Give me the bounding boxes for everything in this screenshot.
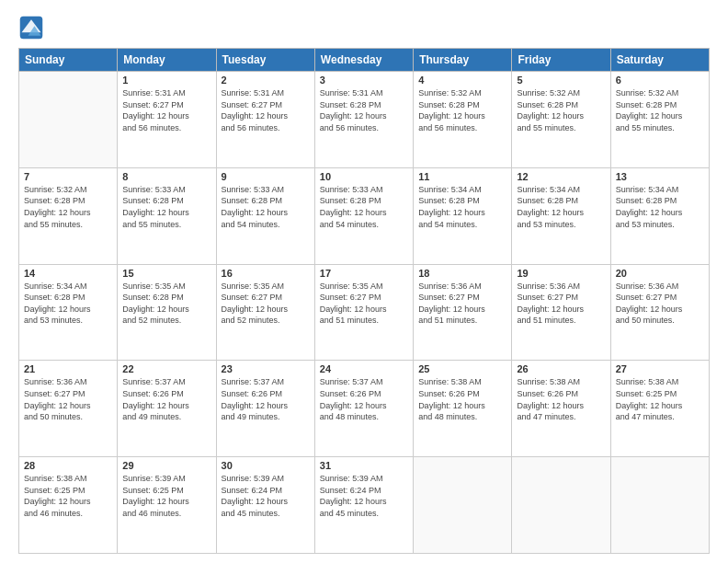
calendar: SundayMondayTuesdayWednesdayThursdayFrid…: [18, 48, 710, 554]
day-info: Sunrise: 5:37 AM Sunset: 6:26 PM Dayligh…: [222, 376, 310, 422]
day-cell: 4Sunrise: 5:32 AM Sunset: 6:28 PM Daylig…: [414, 72, 512, 168]
day-info: Sunrise: 5:34 AM Sunset: 6:28 PM Dayligh…: [418, 184, 506, 230]
day-info: Sunrise: 5:34 AM Sunset: 6:28 PM Dayligh…: [517, 184, 605, 230]
day-cell: 8Sunrise: 5:33 AM Sunset: 6:28 PM Daylig…: [118, 167, 216, 264]
day-number: 4: [418, 75, 506, 86]
day-info: Sunrise: 5:34 AM Sunset: 6:28 PM Dayligh…: [24, 281, 112, 327]
day-info: Sunrise: 5:35 AM Sunset: 6:27 PM Dayligh…: [320, 281, 408, 327]
day-number: 17: [320, 268, 408, 279]
day-cell: 6Sunrise: 5:32 AM Sunset: 6:28 PM Daylig…: [610, 72, 709, 168]
day-info: Sunrise: 5:35 AM Sunset: 6:27 PM Dayligh…: [222, 281, 310, 327]
page: SundayMondayTuesdayWednesdayThursdayFrid…: [0, 0, 728, 563]
day-number: 24: [320, 363, 408, 374]
day-number: 22: [122, 363, 210, 374]
day-cell: 31Sunrise: 5:39 AM Sunset: 6:24 PM Dayli…: [314, 457, 413, 554]
day-cell: 17Sunrise: 5:35 AM Sunset: 6:27 PM Dayli…: [314, 264, 413, 361]
day-info: Sunrise: 5:39 AM Sunset: 6:24 PM Dayligh…: [222, 473, 310, 519]
week-row-2: 7Sunrise: 5:32 AM Sunset: 6:28 PM Daylig…: [19, 167, 710, 264]
day-info: Sunrise: 5:39 AM Sunset: 6:24 PM Dayligh…: [320, 473, 408, 519]
logo: [18, 15, 48, 40]
day-cell: 30Sunrise: 5:39 AM Sunset: 6:24 PM Dayli…: [216, 457, 314, 554]
day-cell: 5Sunrise: 5:32 AM Sunset: 6:28 PM Daylig…: [512, 72, 610, 168]
day-cell: [414, 457, 512, 554]
day-info: Sunrise: 5:38 AM Sunset: 6:26 PM Dayligh…: [517, 376, 605, 422]
day-info: Sunrise: 5:33 AM Sunset: 6:28 PM Dayligh…: [122, 184, 210, 230]
day-number: 29: [122, 460, 210, 471]
day-cell: 23Sunrise: 5:37 AM Sunset: 6:26 PM Dayli…: [216, 361, 314, 457]
col-header-saturday: Saturday: [610, 49, 709, 72]
col-header-monday: Monday: [118, 49, 216, 72]
day-cell: 9Sunrise: 5:33 AM Sunset: 6:28 PM Daylig…: [216, 167, 314, 264]
day-cell: 21Sunrise: 5:36 AM Sunset: 6:27 PM Dayli…: [19, 361, 118, 457]
col-header-wednesday: Wednesday: [314, 49, 413, 72]
col-header-thursday: Thursday: [414, 49, 512, 72]
day-info: Sunrise: 5:36 AM Sunset: 6:27 PM Dayligh…: [24, 376, 112, 422]
day-info: Sunrise: 5:37 AM Sunset: 6:26 PM Dayligh…: [122, 376, 210, 422]
day-cell: 27Sunrise: 5:38 AM Sunset: 6:25 PM Dayli…: [610, 361, 709, 457]
day-cell: 2Sunrise: 5:31 AM Sunset: 6:27 PM Daylig…: [216, 72, 314, 168]
day-cell: 18Sunrise: 5:36 AM Sunset: 6:27 PM Dayli…: [414, 264, 512, 361]
day-cell: 16Sunrise: 5:35 AM Sunset: 6:27 PM Dayli…: [216, 264, 314, 361]
day-number: 31: [320, 460, 408, 471]
day-info: Sunrise: 5:38 AM Sunset: 6:25 PM Dayligh…: [616, 376, 704, 422]
day-number: 9: [222, 171, 310, 182]
day-cell: [19, 72, 118, 168]
header: [18, 15, 710, 40]
day-number: 27: [616, 363, 704, 374]
day-info: Sunrise: 5:33 AM Sunset: 6:28 PM Dayligh…: [222, 184, 310, 230]
day-cell: 11Sunrise: 5:34 AM Sunset: 6:28 PM Dayli…: [414, 167, 512, 264]
day-number: 1: [122, 75, 210, 86]
week-row-1: 1Sunrise: 5:31 AM Sunset: 6:27 PM Daylig…: [19, 72, 710, 168]
day-info: Sunrise: 5:36 AM Sunset: 6:27 PM Dayligh…: [616, 281, 704, 327]
day-cell: 7Sunrise: 5:32 AM Sunset: 6:28 PM Daylig…: [19, 167, 118, 264]
day-info: Sunrise: 5:32 AM Sunset: 6:28 PM Dayligh…: [517, 87, 605, 133]
day-info: Sunrise: 5:32 AM Sunset: 6:28 PM Dayligh…: [24, 184, 112, 230]
day-cell: 19Sunrise: 5:36 AM Sunset: 6:27 PM Dayli…: [512, 264, 610, 361]
day-cell: 29Sunrise: 5:39 AM Sunset: 6:25 PM Dayli…: [118, 457, 216, 554]
day-info: Sunrise: 5:34 AM Sunset: 6:28 PM Dayligh…: [616, 184, 704, 230]
day-cell: 26Sunrise: 5:38 AM Sunset: 6:26 PM Dayli…: [512, 361, 610, 457]
day-info: Sunrise: 5:36 AM Sunset: 6:27 PM Dayligh…: [517, 281, 605, 327]
header-row: SundayMondayTuesdayWednesdayThursdayFrid…: [19, 49, 710, 72]
day-cell: 14Sunrise: 5:34 AM Sunset: 6:28 PM Dayli…: [19, 264, 118, 361]
day-cell: 3Sunrise: 5:31 AM Sunset: 6:28 PM Daylig…: [314, 72, 413, 168]
day-cell: [512, 457, 610, 554]
day-cell: 25Sunrise: 5:38 AM Sunset: 6:26 PM Dayli…: [414, 361, 512, 457]
day-info: Sunrise: 5:38 AM Sunset: 6:26 PM Dayligh…: [418, 376, 506, 422]
day-number: 10: [320, 171, 408, 182]
col-header-friday: Friday: [512, 49, 610, 72]
day-number: 23: [222, 363, 310, 374]
day-cell: 28Sunrise: 5:38 AM Sunset: 6:25 PM Dayli…: [19, 457, 118, 554]
day-info: Sunrise: 5:32 AM Sunset: 6:28 PM Dayligh…: [616, 87, 704, 133]
day-number: 12: [517, 171, 605, 182]
day-info: Sunrise: 5:36 AM Sunset: 6:27 PM Dayligh…: [418, 281, 506, 327]
day-number: 15: [122, 268, 210, 279]
col-header-sunday: Sunday: [19, 49, 118, 72]
day-number: 28: [24, 460, 112, 471]
day-number: 8: [122, 171, 210, 182]
col-header-tuesday: Tuesday: [216, 49, 314, 72]
day-info: Sunrise: 5:33 AM Sunset: 6:28 PM Dayligh…: [320, 184, 408, 230]
day-number: 3: [320, 75, 408, 86]
day-cell: 1Sunrise: 5:31 AM Sunset: 6:27 PM Daylig…: [118, 72, 216, 168]
day-number: 13: [616, 171, 704, 182]
day-cell: [610, 457, 709, 554]
day-number: 14: [24, 268, 112, 279]
day-number: 25: [418, 363, 506, 374]
day-cell: 20Sunrise: 5:36 AM Sunset: 6:27 PM Dayli…: [610, 264, 709, 361]
day-number: 30: [222, 460, 310, 471]
day-number: 6: [616, 75, 704, 86]
day-number: 16: [222, 268, 310, 279]
day-info: Sunrise: 5:31 AM Sunset: 6:27 PM Dayligh…: [222, 87, 310, 133]
day-cell: 24Sunrise: 5:37 AM Sunset: 6:26 PM Dayli…: [314, 361, 413, 457]
day-number: 21: [24, 363, 112, 374]
day-cell: 12Sunrise: 5:34 AM Sunset: 6:28 PM Dayli…: [512, 167, 610, 264]
day-number: 19: [517, 268, 605, 279]
week-row-3: 14Sunrise: 5:34 AM Sunset: 6:28 PM Dayli…: [19, 264, 710, 361]
day-number: 2: [222, 75, 310, 86]
day-number: 5: [517, 75, 605, 86]
day-number: 26: [517, 363, 605, 374]
week-row-4: 21Sunrise: 5:36 AM Sunset: 6:27 PM Dayli…: [19, 361, 710, 457]
day-info: Sunrise: 5:38 AM Sunset: 6:25 PM Dayligh…: [24, 473, 112, 519]
day-cell: 10Sunrise: 5:33 AM Sunset: 6:28 PM Dayli…: [314, 167, 413, 264]
